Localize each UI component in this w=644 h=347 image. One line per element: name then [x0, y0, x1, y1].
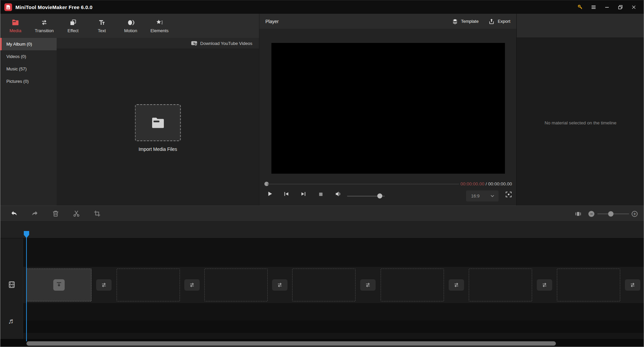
undo-button[interactable]	[10, 210, 18, 217]
audio-track-lower	[23, 333, 644, 339]
export-button[interactable]: Export	[489, 18, 510, 24]
transition-icon	[41, 19, 48, 26]
ribbon-tab-bar: MediaTransitionEffectTextMotionElements	[0, 14, 259, 38]
clip-placeholder-slot[interactable]	[381, 269, 444, 301]
text-icon	[98, 19, 106, 26]
play-button[interactable]	[267, 190, 273, 197]
tab-motion[interactable]: Motion	[116, 14, 145, 38]
fullscreen-button[interactable]	[505, 191, 512, 197]
minimize-button[interactable]	[600, 0, 614, 14]
export-label: Export	[498, 19, 510, 24]
playhead-line	[26, 232, 27, 341]
timeline-zoom-out-button[interactable]: −	[588, 211, 594, 217]
register-key-button[interactable]	[573, 0, 587, 14]
maximize-icon	[618, 4, 623, 10]
aspect-ratio-dropdown[interactable]: 16:9	[466, 190, 499, 201]
clip-placeholder-slot[interactable]	[117, 269, 180, 301]
overlay-track[interactable]	[23, 238, 644, 267]
tab-label: Media	[9, 28, 21, 33]
tab-elements[interactable]: Elements	[145, 14, 174, 38]
audio-track[interactable]	[23, 321, 644, 333]
transition-placeholder[interactable]	[449, 279, 464, 291]
minimize-icon	[604, 4, 610, 10]
video-track[interactable]	[23, 267, 644, 303]
tab-label: Motion	[124, 28, 137, 33]
volume-slider-thumb[interactable]	[377, 193, 382, 198]
transition-placeholder[interactable]	[360, 279, 376, 291]
template-button[interactable]: Template	[452, 18, 479, 24]
transition-arrows-icon	[276, 282, 283, 288]
close-icon	[631, 4, 637, 10]
tab-effect[interactable]: Effect	[59, 14, 87, 38]
sidebar-item-videos[interactable]: Videos (0)	[0, 50, 57, 63]
player-panel: Player Template Export 00:00:	[259, 14, 516, 206]
clip-placeholder-slot[interactable]	[204, 269, 268, 301]
sidebar-item-label: Videos (0)	[6, 54, 26, 59]
transition-placeholder[interactable]	[272, 279, 287, 291]
template-layers-icon	[452, 18, 458, 24]
seek-slider[interactable]	[267, 184, 459, 184]
aspect-ratio-value: 16:9	[471, 193, 490, 198]
clip-placeholder-slot[interactable]	[557, 269, 620, 301]
transition-arrows-icon	[453, 282, 460, 288]
media-library-panel: MediaTransitionEffectTextMotionElements …	[0, 14, 259, 206]
download-to-timeline-icon	[53, 279, 65, 291]
redo-button[interactable]	[31, 210, 39, 217]
next-frame-button[interactable]	[301, 191, 307, 197]
sidebar-item-pictures[interactable]: Pictures (0)	[0, 75, 57, 88]
timeline-ruler[interactable]	[0, 222, 644, 238]
download-arrow-icon	[55, 281, 63, 289]
menu-button[interactable]	[587, 0, 600, 14]
hamburger-icon	[591, 4, 596, 10]
maximize-button[interactable]	[614, 0, 627, 14]
window-title: MiniTool MovieMaker Free 6.0.0	[15, 4, 92, 10]
transition-placeholder[interactable]	[184, 279, 200, 291]
tab-text[interactable]: Text	[87, 14, 116, 38]
crop-button[interactable]	[93, 210, 101, 217]
clip-placeholder-slot[interactable]	[292, 269, 356, 301]
transition-placeholder[interactable]	[537, 279, 552, 291]
transition-arrows-icon	[365, 282, 371, 288]
sidebar-item-music[interactable]: Music (57)	[0, 63, 57, 75]
import-clip-slot[interactable]	[26, 269, 91, 301]
total-time: 00:00:00.00	[488, 181, 512, 186]
tab-label: Transition	[35, 28, 54, 33]
effect-icon	[69, 19, 77, 26]
track-rail: ♬	[0, 238, 23, 339]
download-youtube-videos-button[interactable]: Download YouTube Videos	[57, 38, 259, 49]
export-icon	[489, 18, 495, 24]
youtube-download-icon	[191, 41, 197, 46]
tab-label: Effect	[67, 28, 78, 33]
close-button[interactable]	[627, 0, 640, 14]
timeline-zoom-in-button[interactable]: +	[632, 211, 638, 217]
inspector-header	[517, 14, 644, 38]
transition-placeholder[interactable]	[625, 279, 640, 291]
transition-arrows-icon	[541, 282, 548, 288]
chevron-down-icon	[490, 194, 495, 198]
property-inspector-panel: No material selected on the timeline	[516, 14, 644, 206]
delete-button[interactable]	[52, 210, 59, 217]
tab-media[interactable]: Media	[1, 14, 30, 38]
timeline-zoom-slider-thumb[interactable]	[608, 211, 614, 217]
timeline-horizontal-scrollbar[interactable]	[26, 341, 556, 346]
current-time: 00:00:00.00	[460, 181, 484, 186]
player-title: Player	[265, 19, 279, 24]
previous-frame-button[interactable]	[283, 191, 289, 197]
download-youtube-videos-label: Download YouTube Videos	[200, 41, 252, 46]
tab-label: Elements	[150, 28, 169, 33]
video-track-icon	[8, 281, 16, 289]
sidebar-item-my[interactable]: My Album (0)	[0, 38, 57, 50]
clip-placeholder-slot[interactable]	[469, 269, 532, 301]
fit-timeline-icon[interactable]	[575, 211, 582, 217]
stop-button[interactable]	[318, 192, 323, 197]
transition-arrows-icon	[101, 282, 107, 288]
elements-icon	[156, 19, 163, 26]
transition-placeholder[interactable]	[96, 279, 112, 291]
transition-arrows-icon	[189, 282, 195, 288]
inspector-empty-message: No material selected on the timeline	[517, 120, 644, 125]
library-sidebar: My Album (0)Videos (0)Music (57)Pictures…	[0, 38, 57, 206]
import-media-files-button[interactable]	[135, 104, 181, 141]
split-button[interactable]	[73, 210, 80, 217]
tab-transition[interactable]: Transition	[30, 14, 59, 38]
volume-icon[interactable]	[335, 191, 342, 197]
